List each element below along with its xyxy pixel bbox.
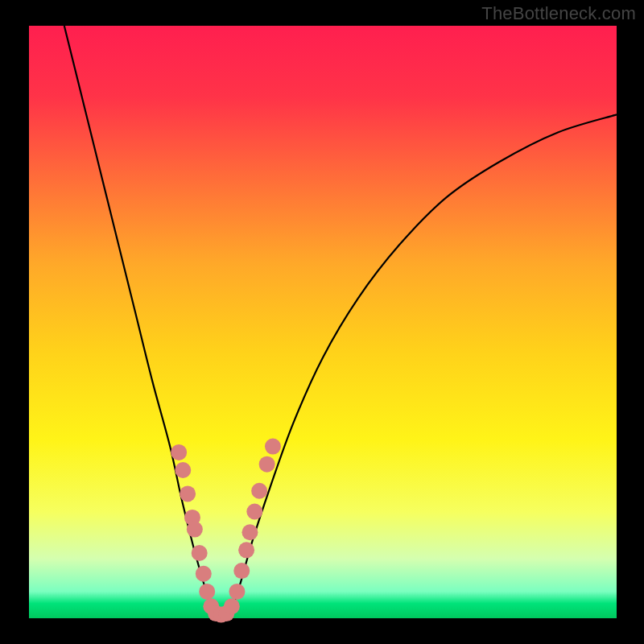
marker-point bbox=[175, 462, 191, 478]
marker-point bbox=[233, 563, 250, 579]
bottleneck-chart bbox=[0, 0, 644, 644]
watermark-text: TheBottleneck.com bbox=[481, 3, 636, 24]
marker-point bbox=[187, 522, 203, 538]
marker-point bbox=[229, 584, 245, 600]
marker-point bbox=[196, 566, 212, 582]
marker-point bbox=[171, 444, 187, 460]
marker-point bbox=[199, 584, 215, 600]
chart-container: TheBottleneck.com bbox=[0, 0, 644, 644]
marker-point bbox=[180, 485, 196, 502]
marker-point bbox=[251, 483, 267, 499]
marker-point bbox=[259, 456, 275, 473]
plot-area bbox=[29, 26, 617, 618]
marker-point bbox=[242, 524, 258, 540]
marker-point bbox=[246, 504, 262, 520]
marker-point bbox=[265, 439, 281, 455]
marker-point bbox=[192, 545, 208, 561]
marker-point bbox=[224, 598, 240, 614]
marker-point bbox=[238, 542, 254, 558]
